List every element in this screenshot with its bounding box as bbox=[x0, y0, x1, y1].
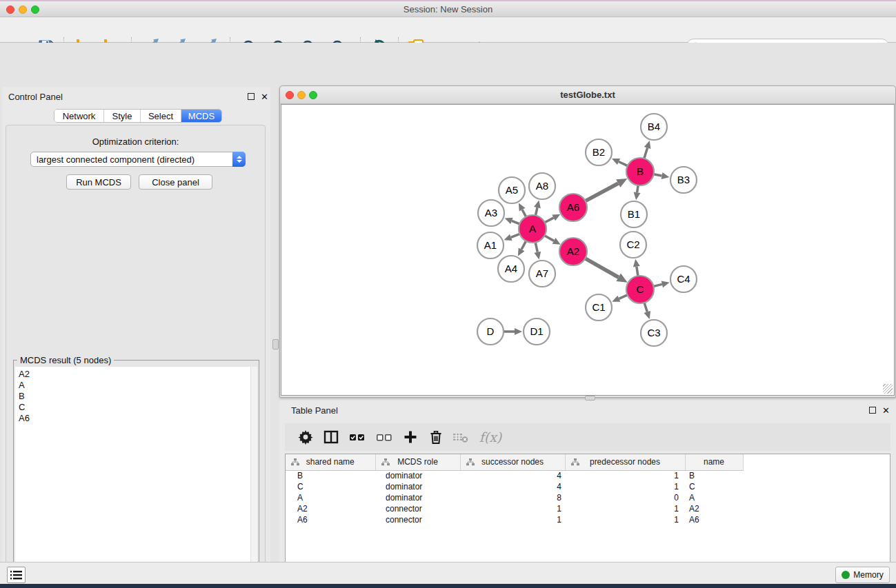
task-history-button[interactable] bbox=[7, 567, 26, 583]
graph-node-label: A6 bbox=[567, 201, 579, 213]
graph-edge[interactable] bbox=[511, 234, 520, 237]
graph-edge[interactable] bbox=[619, 162, 628, 166]
result-list-scrollbar[interactable] bbox=[250, 367, 257, 588]
network-graph[interactable]: AA1A2A3A4A5A6A7A8BB1B2B3B4CC1C2C3C4DD1 bbox=[281, 105, 894, 395]
table-cell[interactable]: dominator bbox=[375, 481, 460, 492]
mcds-result-item[interactable]: B bbox=[19, 391, 257, 402]
status-bar: Memory bbox=[0, 562, 896, 584]
table-cell[interactable]: dominator bbox=[375, 492, 460, 503]
close-panel-button[interactable]: Close panel bbox=[139, 174, 212, 190]
tab-select[interactable]: Select bbox=[141, 110, 181, 122]
graph-edge[interactable] bbox=[653, 284, 661, 286]
table-cell[interactable]: 4 bbox=[460, 481, 565, 492]
optimization-criterion-select[interactable]: largest connected component (directed) bbox=[30, 152, 246, 167]
graph-edge[interactable] bbox=[654, 174, 662, 176]
window-title: Session: New Session bbox=[0, 4, 896, 14]
table-cell[interactable]: B bbox=[685, 470, 743, 481]
workarea: Control Panel ✕ Network Style Select MCD… bbox=[0, 43, 896, 562]
graph-edge[interactable] bbox=[535, 243, 537, 252]
table-cell[interactable]: A2 bbox=[286, 503, 375, 514]
table-row[interactable]: A2connector11A2 bbox=[286, 503, 743, 514]
table-cell[interactable]: C bbox=[286, 481, 375, 492]
memory-status-icon bbox=[842, 571, 850, 579]
mcds-result-list[interactable]: A2ABCA6 bbox=[15, 367, 257, 588]
graph-edge[interactable] bbox=[637, 267, 638, 276]
split-panel-icon[interactable] bbox=[322, 428, 340, 446]
table-row[interactable]: Adominator80A bbox=[286, 492, 743, 503]
graph-edge[interactable] bbox=[637, 185, 639, 193]
graph-edge[interactable] bbox=[535, 207, 537, 215]
mcds-result-item[interactable]: A6 bbox=[19, 413, 257, 424]
table-cell[interactable]: 1 bbox=[565, 470, 685, 481]
delete-columns-icon[interactable] bbox=[427, 428, 445, 446]
graph-edge[interactable] bbox=[585, 258, 618, 277]
graph-node-label: B1 bbox=[628, 208, 640, 220]
table-cell[interactable]: connector bbox=[375, 503, 460, 514]
graph-edge[interactable] bbox=[521, 241, 526, 250]
selected-option: largest connected component (directed) bbox=[31, 154, 232, 165]
mcds-result-item[interactable]: A bbox=[19, 380, 257, 391]
table-cell[interactable]: C bbox=[685, 481, 743, 492]
table-cell[interactable]: A bbox=[685, 492, 743, 503]
tab-network[interactable]: Network bbox=[54, 110, 104, 122]
column-header-predecessor-nodes[interactable]: predecessor nodes bbox=[565, 454, 685, 470]
graph-node-label: B bbox=[637, 165, 644, 177]
graph-node-label: A2 bbox=[567, 245, 579, 257]
table-cell[interactable]: A6 bbox=[286, 514, 375, 525]
table-settings-icon[interactable] bbox=[297, 428, 315, 446]
float-panel-icon[interactable] bbox=[248, 93, 255, 100]
memory-label: Memory bbox=[853, 570, 883, 580]
table-cell[interactable]: A2 bbox=[685, 503, 743, 514]
table-cell[interactable]: 1 bbox=[460, 514, 565, 525]
graph-edge-arrowhead bbox=[634, 192, 641, 201]
table-cell[interactable]: 1 bbox=[565, 514, 685, 525]
table-cell[interactable]: 0 bbox=[565, 492, 685, 503]
mcds-result-item[interactable]: A2 bbox=[19, 369, 257, 380]
table-cell[interactable]: connector bbox=[375, 514, 460, 525]
table-row[interactable]: Bdominator41B bbox=[286, 470, 743, 481]
disable-all-checkboxes-icon[interactable] bbox=[375, 428, 393, 446]
graph-edge[interactable] bbox=[644, 148, 648, 159]
run-mcds-button[interactable]: Run MCDS bbox=[66, 174, 131, 190]
close-panel-icon[interactable]: ✕ bbox=[261, 93, 268, 101]
table-cell[interactable]: 4 bbox=[460, 470, 565, 481]
graph-edge[interactable] bbox=[522, 210, 526, 216]
table-cell[interactable]: B bbox=[286, 470, 375, 481]
graph-edge[interactable] bbox=[644, 303, 647, 312]
table-cell[interactable]: 1 bbox=[565, 481, 685, 492]
table-cell[interactable]: 1 bbox=[460, 503, 565, 514]
column-header-name[interactable]: name bbox=[685, 454, 743, 470]
graph-node-label: D1 bbox=[530, 325, 543, 337]
table-row[interactable]: A6connector11A6 bbox=[286, 514, 743, 525]
graph-node-label: C4 bbox=[677, 273, 690, 285]
column-header-shared-name[interactable]: shared name bbox=[286, 454, 375, 470]
tab-style[interactable]: Style bbox=[104, 110, 141, 122]
network-canvas[interactable]: AA1A2A3A4A5A6A7A8BB1B2B3B4CC1C2C3C4DD1 bbox=[281, 104, 895, 396]
table-cell[interactable]: 8 bbox=[460, 492, 565, 503]
attribute-type-icon bbox=[381, 458, 390, 468]
graph-edge[interactable] bbox=[545, 218, 554, 223]
tab-mcds[interactable]: MCDS bbox=[181, 110, 221, 122]
mcds-result-item[interactable]: C bbox=[19, 402, 257, 413]
table-cell[interactable]: dominator bbox=[375, 470, 460, 481]
enable-all-checkboxes-icon[interactable] bbox=[348, 428, 366, 446]
vertical-splitter-handle[interactable] bbox=[272, 339, 279, 349]
graph-edge[interactable] bbox=[512, 221, 519, 223]
memory-button[interactable]: Memory bbox=[835, 567, 890, 583]
graph-edge[interactable] bbox=[544, 236, 554, 241]
column-header-mcds-role[interactable]: MCDS role bbox=[375, 454, 460, 470]
graph-edge[interactable] bbox=[586, 183, 619, 201]
attribute-type-icon bbox=[291, 458, 299, 468]
table-cell[interactable]: 1 bbox=[565, 503, 685, 514]
window-resize-grip[interactable] bbox=[883, 384, 893, 394]
horizontal-splitter-handle[interactable] bbox=[585, 396, 595, 401]
graph-edge-arrowhead bbox=[644, 141, 651, 149]
float-table-panel-icon[interactable] bbox=[869, 407, 876, 414]
close-table-panel-icon[interactable]: ✕ bbox=[882, 407, 890, 414]
graph-edge[interactable] bbox=[619, 295, 627, 298]
table-row[interactable]: Cdominator41C bbox=[286, 481, 743, 492]
create-column-icon[interactable] bbox=[401, 428, 419, 446]
table-cell[interactable]: A6 bbox=[685, 514, 743, 525]
table-cell[interactable]: A bbox=[286, 492, 375, 503]
column-header-successor-nodes[interactable]: successor nodes bbox=[460, 454, 565, 470]
